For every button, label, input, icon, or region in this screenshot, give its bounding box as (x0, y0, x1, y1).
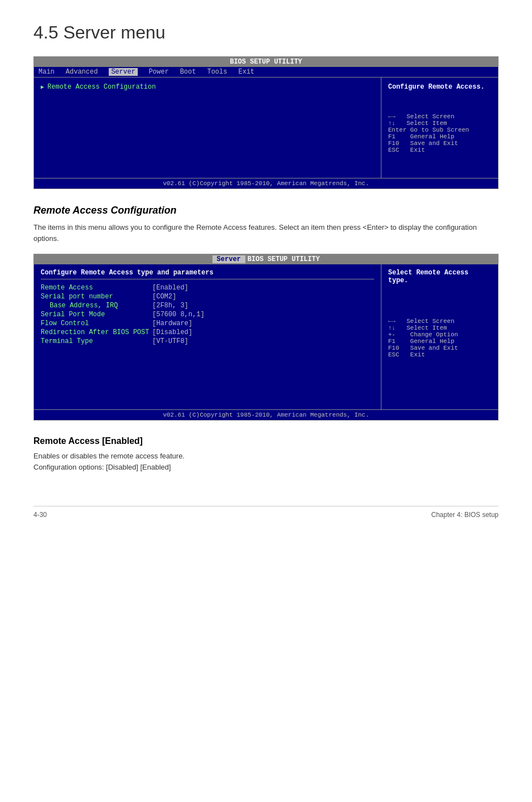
row-label-serial-port-mode: Serial Port Mode (41, 311, 152, 318)
row-label-redirection: Redirection After BIOS POST (41, 328, 152, 336)
bios1-legend: ←→ Select Screen ↑↓ Select Item Enter Go… (388, 113, 491, 153)
bios2-legend-line-6: ESC Exit (388, 351, 491, 358)
bios1-menu-advanced[interactable]: Advanced (66, 68, 98, 76)
bios1-menu-power[interactable]: Power (149, 68, 169, 76)
bios2-legend-line-5: F10 Save and Exit (388, 345, 491, 351)
legend-line-1: ←→ Select Screen (388, 113, 491, 120)
row-value-serial-port-mode: [57600 8,n,1] (152, 311, 205, 318)
legend-line-6: ESC Exit (388, 147, 491, 153)
bios2-help-text: Select Remote Access type. (388, 269, 491, 284)
bios2-right: Select Remote Access type. ←→ Select Scr… (381, 264, 498, 409)
row-label-base-address: Base Address, IRQ (41, 302, 152, 310)
subsection2-desc1: Enables or disables the remote access fe… (33, 451, 499, 462)
bios1-footer: v02.61 (C)Copyright 1985-2010, American … (34, 178, 498, 189)
bios-screen-2: Server BIOS SETUP UTILITY Configure Remo… (33, 254, 499, 421)
bios1-menu-bar: Main Advanced Server Power Boot Tools Ex… (34, 67, 498, 78)
bios2-footer: v02.61 (C)Copyright 1985-2010, American … (34, 409, 498, 420)
bios1-help-text: Configure Remote Access. (388, 83, 491, 91)
row-value-redirection: [Disabled] (152, 328, 192, 336)
row-value-remote-access: [Enabled] (152, 284, 188, 292)
table-row: Serial port number [COM2] (41, 293, 374, 301)
bios1-menu-boot[interactable]: Boot (180, 68, 196, 76)
footer-chapter: Chapter 4: BIOS setup (431, 511, 499, 519)
bios1-content: ▶ Remote Access Configuration Configure … (34, 78, 498, 178)
page-title: 4.5 Server menu (33, 22, 499, 43)
bios2-legend-line-2: ↑↓ Select Item (388, 325, 491, 331)
table-row: Base Address, IRQ [2F8h, 3] (41, 302, 374, 310)
row-label-serial-port-number: Serial port number (41, 293, 152, 301)
section1-desc: The items in this menu allows you to con… (33, 222, 499, 244)
row-value-serial-port-number: [COM2] (152, 293, 176, 301)
bios1-right: Configure Remote Access. ←→ Select Scree… (381, 78, 498, 178)
bios2-legend: ←→ Select Screen ↑↓ Select Item +- Chang… (388, 318, 491, 358)
subsection2-desc2: Configuration options: [Disabled] [Enabl… (33, 462, 499, 473)
row-value-base-address: [2F8h, 3] (152, 302, 188, 310)
bios2-server-tab: Server (212, 255, 245, 263)
bios2-legend-line-3: +- Change Option (388, 331, 491, 338)
table-row: Flow Control [Hardware] (41, 320, 374, 327)
row-label-terminal-type: Terminal Type (41, 337, 152, 345)
section1-title: Remote Access Configuration (33, 205, 499, 216)
bios1-title-bar: BIOS SETUP UTILITY (34, 57, 498, 67)
table-row: Remote Access [Enabled] (41, 284, 374, 292)
bios1-menu-server[interactable]: Server (109, 68, 137, 76)
bios2-title-bar: Server BIOS SETUP UTILITY (34, 254, 498, 264)
table-row: Terminal Type [VT-UTF8] (41, 337, 374, 345)
bios1-menu-main[interactable]: Main (38, 68, 55, 76)
bios2-content: Configure Remote Access type and paramet… (34, 264, 498, 409)
bios2-left: Configure Remote Access type and paramet… (34, 264, 381, 409)
bios1-left: ▶ Remote Access Configuration (34, 78, 381, 178)
bios1-menu-exit[interactable]: Exit (238, 68, 254, 76)
bios1-item-label: Remote Access Configuration (47, 83, 156, 91)
legend-line-2: ↑↓ Select Item (388, 120, 491, 127)
bios2-section-header: Configure Remote Access type and paramet… (41, 269, 374, 279)
table-row: Redirection After BIOS POST [Disabled] (41, 328, 374, 336)
legend-line-4: F1 General Help (388, 133, 491, 140)
row-label-remote-access: Remote Access (41, 284, 152, 292)
bios2-legend-line-4: F1 General Help (388, 338, 491, 345)
bios2-legend-line-1: ←→ Select Screen (388, 318, 491, 325)
bios-screen-1: BIOS SETUP UTILITY Main Advanced Server … (33, 56, 499, 189)
legend-line-5: F10 Save and Exit (388, 140, 491, 147)
bios1-menu-tools[interactable]: Tools (207, 68, 227, 76)
bios2-title-text: BIOS SETUP UTILITY (248, 255, 320, 263)
row-label-flow-control: Flow Control (41, 320, 152, 327)
footer-page-number: 4-30 (33, 511, 47, 519)
table-row: Serial Port Mode [57600 8,n,1] (41, 311, 374, 318)
legend-line-3: Enter Go to Sub Screen (388, 127, 491, 133)
subsection2-title: Remote Access [Enabled] (33, 436, 499, 446)
page-footer: 4-30 Chapter 4: BIOS setup (33, 506, 499, 519)
triangle-icon: ▶ (41, 84, 44, 90)
bios1-selected-item: ▶ Remote Access Configuration (41, 83, 374, 91)
row-value-flow-control: [Hardware] (152, 320, 192, 327)
row-value-terminal-type: [VT-UTF8] (152, 337, 188, 345)
